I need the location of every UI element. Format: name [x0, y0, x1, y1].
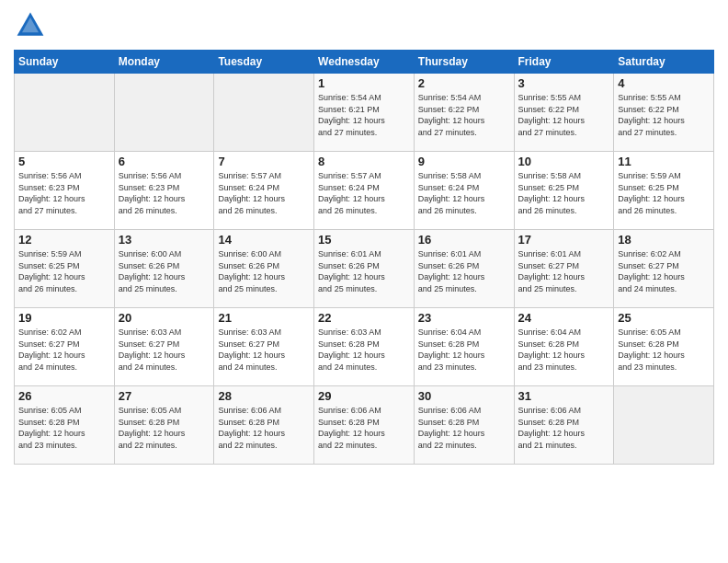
- day-number: 1: [318, 76, 410, 90]
- day-cell: 8Sunrise: 5:57 AM Sunset: 6:24 PM Daylig…: [314, 152, 415, 230]
- calendar-table: SundayMondayTuesdayWednesdayThursdayFrid…: [14, 50, 714, 465]
- day-number: 24: [518, 311, 610, 325]
- day-cell: [614, 386, 714, 465]
- day-info: Sunrise: 6:06 AM Sunset: 6:28 PM Dayligh…: [418, 405, 510, 451]
- day-number: 18: [618, 233, 710, 247]
- logo: [14, 9, 51, 42]
- week-row-4: 19Sunrise: 6:02 AM Sunset: 6:27 PM Dayli…: [15, 308, 714, 386]
- day-number: 22: [318, 311, 410, 325]
- day-info: Sunrise: 6:03 AM Sunset: 6:27 PM Dayligh…: [119, 327, 210, 373]
- day-info: Sunrise: 6:04 AM Sunset: 6:28 PM Dayligh…: [418, 327, 510, 373]
- day-cell: 10Sunrise: 5:58 AM Sunset: 6:25 PM Dayli…: [514, 152, 614, 230]
- day-cell: 24Sunrise: 6:04 AM Sunset: 6:28 PM Dayli…: [514, 308, 614, 386]
- day-cell: 18Sunrise: 6:02 AM Sunset: 6:27 PM Dayli…: [614, 230, 714, 308]
- day-cell: 13Sunrise: 6:00 AM Sunset: 6:26 PM Dayli…: [114, 230, 214, 308]
- day-info: Sunrise: 6:01 AM Sunset: 6:26 PM Dayligh…: [418, 248, 510, 294]
- day-number: 20: [119, 311, 210, 325]
- day-cell: 23Sunrise: 6:04 AM Sunset: 6:28 PM Dayli…: [414, 308, 514, 386]
- header-cell-sunday: Sunday: [15, 51, 115, 74]
- calendar-body: 1Sunrise: 5:54 AM Sunset: 6:21 PM Daylig…: [15, 74, 714, 465]
- day-number: 5: [18, 155, 110, 168]
- day-number: 12: [18, 233, 110, 247]
- day-number: 21: [218, 311, 310, 325]
- day-number: 31: [518, 389, 610, 403]
- week-row-3: 12Sunrise: 5:59 AM Sunset: 6:25 PM Dayli…: [15, 230, 714, 308]
- header-cell-tuesday: Tuesday: [214, 51, 314, 74]
- day-number: 30: [418, 389, 510, 403]
- day-info: Sunrise: 6:00 AM Sunset: 6:26 PM Dayligh…: [218, 248, 310, 294]
- day-info: Sunrise: 6:06 AM Sunset: 6:28 PM Dayligh…: [218, 405, 310, 451]
- week-row-5: 26Sunrise: 6:05 AM Sunset: 6:28 PM Dayli…: [15, 386, 714, 465]
- day-info: Sunrise: 6:01 AM Sunset: 6:26 PM Dayligh…: [318, 248, 410, 294]
- day-info: Sunrise: 6:04 AM Sunset: 6:28 PM Dayligh…: [518, 327, 610, 373]
- day-number: 26: [18, 389, 110, 403]
- day-info: Sunrise: 6:05 AM Sunset: 6:28 PM Dayligh…: [119, 405, 210, 451]
- day-number: 11: [618, 155, 710, 168]
- day-info: Sunrise: 6:03 AM Sunset: 6:28 PM Dayligh…: [318, 327, 410, 373]
- day-info: Sunrise: 5:59 AM Sunset: 6:25 PM Dayligh…: [618, 170, 710, 216]
- day-info: Sunrise: 6:01 AM Sunset: 6:27 PM Dayligh…: [518, 248, 610, 294]
- day-cell: 16Sunrise: 6:01 AM Sunset: 6:26 PM Dayli…: [414, 230, 514, 308]
- day-number: 7: [218, 155, 310, 168]
- day-cell: [15, 74, 115, 152]
- day-cell: 20Sunrise: 6:03 AM Sunset: 6:27 PM Dayli…: [114, 308, 214, 386]
- logo-icon: [14, 9, 47, 42]
- day-number: 28: [218, 389, 310, 403]
- header: [14, 9, 714, 42]
- day-number: 8: [318, 155, 410, 168]
- day-info: Sunrise: 5:55 AM Sunset: 6:22 PM Dayligh…: [518, 92, 610, 138]
- day-info: Sunrise: 6:05 AM Sunset: 6:28 PM Dayligh…: [618, 327, 710, 373]
- day-number: 19: [18, 311, 110, 325]
- day-number: 3: [518, 76, 610, 90]
- day-info: Sunrise: 6:06 AM Sunset: 6:28 PM Dayligh…: [518, 405, 610, 451]
- day-cell: 26Sunrise: 6:05 AM Sunset: 6:28 PM Dayli…: [15, 386, 115, 465]
- day-info: Sunrise: 5:56 AM Sunset: 6:23 PM Dayligh…: [18, 170, 110, 216]
- day-cell: 30Sunrise: 6:06 AM Sunset: 6:28 PM Dayli…: [414, 386, 514, 465]
- day-cell: 2Sunrise: 5:54 AM Sunset: 6:22 PM Daylig…: [414, 74, 514, 152]
- day-cell: 9Sunrise: 5:58 AM Sunset: 6:24 PM Daylig…: [414, 152, 514, 230]
- day-number: 6: [119, 155, 210, 168]
- day-info: Sunrise: 6:02 AM Sunset: 6:27 PM Dayligh…: [18, 327, 110, 373]
- day-cell: 29Sunrise: 6:06 AM Sunset: 6:28 PM Dayli…: [314, 386, 415, 465]
- day-info: Sunrise: 5:58 AM Sunset: 6:25 PM Dayligh…: [518, 170, 610, 216]
- day-number: 13: [119, 233, 210, 247]
- day-cell: 7Sunrise: 5:57 AM Sunset: 6:24 PM Daylig…: [214, 152, 314, 230]
- day-number: 9: [418, 155, 510, 168]
- day-cell: 14Sunrise: 6:00 AM Sunset: 6:26 PM Dayli…: [214, 230, 314, 308]
- day-number: 2: [418, 76, 510, 90]
- day-number: 23: [418, 311, 510, 325]
- day-info: Sunrise: 5:57 AM Sunset: 6:24 PM Dayligh…: [318, 170, 410, 216]
- day-cell: [114, 74, 214, 152]
- day-info: Sunrise: 5:56 AM Sunset: 6:23 PM Dayligh…: [119, 170, 210, 216]
- day-number: 16: [418, 233, 510, 247]
- header-cell-thursday: Thursday: [414, 51, 514, 74]
- day-number: 14: [218, 233, 310, 247]
- calendar-header: SundayMondayTuesdayWednesdayThursdayFrid…: [15, 51, 714, 74]
- day-cell: 3Sunrise: 5:55 AM Sunset: 6:22 PM Daylig…: [514, 74, 614, 152]
- day-number: 27: [119, 389, 210, 403]
- day-info: Sunrise: 5:55 AM Sunset: 6:22 PM Dayligh…: [618, 92, 710, 138]
- day-number: 17: [518, 233, 610, 247]
- day-number: 15: [318, 233, 410, 247]
- day-cell: 17Sunrise: 6:01 AM Sunset: 6:27 PM Dayli…: [514, 230, 614, 308]
- day-info: Sunrise: 6:02 AM Sunset: 6:27 PM Dayligh…: [618, 248, 710, 294]
- day-cell: 22Sunrise: 6:03 AM Sunset: 6:28 PM Dayli…: [314, 308, 415, 386]
- header-cell-monday: Monday: [114, 51, 214, 74]
- day-cell: [214, 74, 314, 152]
- day-number: 29: [318, 389, 410, 403]
- day-cell: 12Sunrise: 5:59 AM Sunset: 6:25 PM Dayli…: [15, 230, 115, 308]
- day-cell: 11Sunrise: 5:59 AM Sunset: 6:25 PM Dayli…: [614, 152, 714, 230]
- day-cell: 5Sunrise: 5:56 AM Sunset: 6:23 PM Daylig…: [15, 152, 115, 230]
- main-container: SundayMondayTuesdayWednesdayThursdayFrid…: [0, 0, 728, 474]
- week-row-2: 5Sunrise: 5:56 AM Sunset: 6:23 PM Daylig…: [15, 152, 714, 230]
- day-info: Sunrise: 6:06 AM Sunset: 6:28 PM Dayligh…: [318, 405, 410, 451]
- header-cell-friday: Friday: [514, 51, 614, 74]
- header-row: SundayMondayTuesdayWednesdayThursdayFrid…: [15, 51, 714, 74]
- day-cell: 6Sunrise: 5:56 AM Sunset: 6:23 PM Daylig…: [114, 152, 214, 230]
- day-number: 10: [518, 155, 610, 168]
- header-cell-wednesday: Wednesday: [314, 51, 415, 74]
- day-cell: 19Sunrise: 6:02 AM Sunset: 6:27 PM Dayli…: [15, 308, 115, 386]
- day-cell: 4Sunrise: 5:55 AM Sunset: 6:22 PM Daylig…: [614, 74, 714, 152]
- day-info: Sunrise: 5:54 AM Sunset: 6:22 PM Dayligh…: [418, 92, 510, 138]
- header-cell-saturday: Saturday: [614, 51, 714, 74]
